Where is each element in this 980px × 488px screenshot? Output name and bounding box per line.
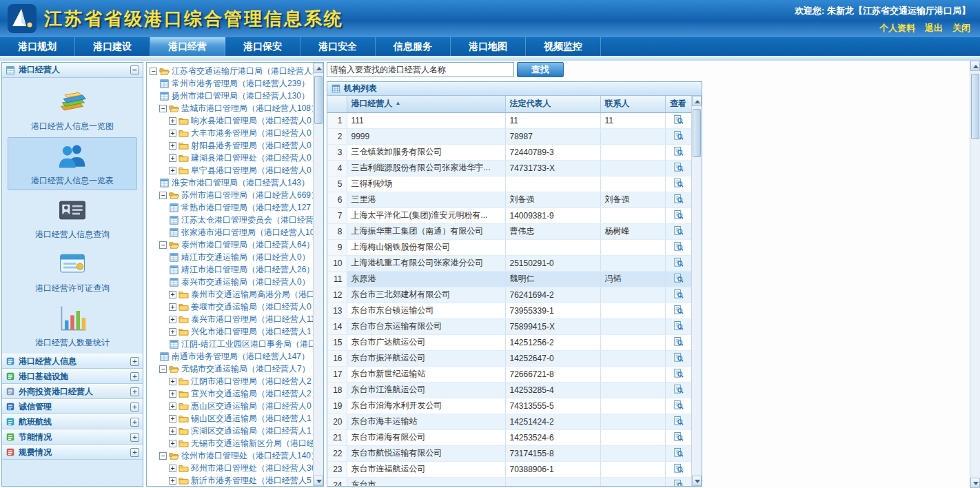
accordion-expand-button[interactable]: + [130,433,139,442]
table-scrollbar[interactable] [691,96,702,486]
tree-expand-button[interactable]: + [169,378,176,385]
tree-expand-button[interactable]: + [169,390,176,398]
table-row[interactable]: 20东台市海丰运输站14251424-2 [327,414,691,429]
sidebar-item-4[interactable]: 港口经营人数量统计 [8,300,137,352]
tree-node-3[interactable]: −盐城市港口管理局（港口经营人108） [147,102,313,114]
tree-expand-button[interactable]: + [169,477,176,485]
tree-scroll-thumb[interactable] [314,76,323,124]
tree-expand-button[interactable]: + [169,303,176,311]
table-row[interactable]: 7上海太平洋化工(集团)淮安元明粉有...14009381-9 [327,207,691,223]
table-row[interactable]: 14东台市台东运输有限公司75899415-X [327,318,691,334]
accordion-expand-button[interactable]: + [130,403,139,411]
page-scrollbar[interactable] [970,61,980,488]
view-icon[interactable] [673,447,684,458]
sidebar-accordion-0[interactable]: 港口经营人信息+ [2,354,143,369]
view-icon[interactable] [673,225,684,236]
sidebar-accordion-5[interactable]: 节能情况+ [2,429,143,445]
tree-node-25[interactable]: +江阴市港口管理局（港口经营人2） [147,375,313,387]
view-icon[interactable] [673,273,684,283]
view-icon[interactable] [673,321,684,331]
view-icon[interactable] [673,194,684,204]
table-row[interactable]: 4三吉利能源股份有限公司张家港华宇...74731733-X [327,160,691,176]
table-row[interactable]: 16东台市振洋航运公司14252647-0 [327,350,691,366]
view-icon[interactable] [673,162,684,172]
tree-expand-button[interactable]: + [169,154,176,162]
sidebar-accordion-2[interactable]: 外商投资港口经营人+ [2,384,143,399]
page-scroll-down-button[interactable] [970,478,980,488]
tree-node-8[interactable]: +阜宁县港口管理局（港口经营人0） [147,164,313,176]
sidebar-item-0[interactable]: 港口经营人信息一览图 [8,83,137,136]
table-row[interactable]: 22东台市航悦运输有限公司73174155-8 [327,445,691,461]
tree-node-2[interactable]: 扬州市港口管理局（港口经营人130） [147,90,313,102]
tree-node-12[interactable]: 江苏太仓港口管理委员会（港口经营 [147,214,313,226]
table-row[interactable]: 24东台市 [327,477,691,486]
table-row[interactable]: 12东台市三北郊建材有限公司76241694-2 [327,287,691,303]
tree-expand-button[interactable]: − [150,68,157,75]
page-scroll-up-button[interactable] [970,61,980,71]
view-icon[interactable] [673,114,684,125]
accordion-expand-button[interactable]: + [130,357,139,366]
tree-node-24[interactable]: −无锡市交通运输局（港口经营人7） [147,363,313,375]
tree-node-26[interactable]: +宜兴市交通运输局（港口经营人2） [147,387,313,400]
nav-tab-0[interactable]: 港口规划 [0,37,75,56]
tree-node-32[interactable]: +邳州市港口管理处（港口经营人36） [147,462,313,474]
tree-expand-button[interactable]: − [159,105,167,112]
tree-scroll-up-button[interactable] [314,63,323,73]
tree-node-1[interactable]: 常州市港务管理局（港口经营人239） [147,77,313,90]
tree-node-29[interactable]: +滨湖区交通运输局（港口经营人1） [147,425,313,437]
tree-expand-button[interactable]: + [169,328,176,336]
search-button[interactable]: 查找 [517,62,564,77]
table-row[interactable]: 18东台市江淮航运公司14253285-4 [327,382,691,398]
view-icon[interactable] [673,431,684,442]
tree-scroll-down-button[interactable] [314,476,323,486]
tree-node-4[interactable]: +响水县港口管理局（港口经营人0） [147,114,313,127]
sidebar-accordion-3[interactable]: 诚信管理+ [2,399,143,414]
search-input[interactable] [327,62,514,77]
nav-tab-5[interactable]: 信息服务 [376,37,451,56]
view-icon[interactable] [673,257,684,267]
accordion-expand-button[interactable]: + [130,418,139,427]
view-icon[interactable] [673,352,684,363]
tree-expand-button[interactable]: + [169,316,176,323]
tree-node-7[interactable]: +建湖县港口管理处（港口经营人0） [147,152,313,164]
header-link-2[interactable]: 关闭 [952,22,970,34]
tree-scroll-track[interactable] [314,73,323,476]
table-row[interactable]: 6三里港刘备强刘备强 [327,192,691,207]
tree-node-9[interactable]: 淮安市港口管理局（港口经营人143） [147,176,313,189]
tree-node-28[interactable]: +锡山区交通运输局（港口经营人1） [147,412,313,425]
tree-node-5[interactable]: +大丰市港务管理局（港口经营人0） [147,127,313,139]
nav-tab-7[interactable]: 视频监控 [526,37,601,56]
sidebar-accordion-6[interactable]: 规费情况+ [2,445,143,460]
tree-node-23[interactable]: 南通市港务管理局（港口经营人147） [147,350,313,363]
view-icon[interactable] [673,210,684,220]
table-row[interactable]: 11111111 [327,112,691,128]
tree-node-11[interactable]: 常熟市港口管理局（港口经营人127 [147,201,313,214]
table-row[interactable]: 5三得利砂场 [327,176,691,192]
nav-tab-4[interactable]: 港口安全 [300,37,376,56]
tree-node-31[interactable]: −徐州市港口管理处（港口经营人140） [147,449,313,462]
tree-expand-button[interactable]: + [169,440,176,447]
page-scroll-track[interactable] [970,71,980,478]
view-icon[interactable] [673,241,684,252]
tree-expand-button[interactable]: − [159,192,167,199]
tree-expand-button[interactable]: + [169,465,176,472]
table-row[interactable]: 21东台市港海有限公司14253524-6 [327,429,691,445]
tree-node-21[interactable]: +兴化市港口管理局（港口经营人1） [147,325,313,338]
table-scroll-track[interactable] [692,106,702,476]
tree-node-0[interactable]: −江苏省交通运输厅港口局（港口经营人200 [147,65,313,77]
sidebar-item-1[interactable]: 港口经营人信息一览表 [8,137,137,190]
view-icon[interactable] [673,384,684,394]
accordion-expand-button[interactable]: + [130,387,139,396]
table-scroll-up-button[interactable] [692,96,702,106]
view-icon[interactable] [673,305,684,315]
page-scroll-thumb[interactable] [971,74,979,139]
table-scroll-down-button[interactable] [692,476,702,486]
table-row[interactable]: 3三仓镇装卸服务有限公司72440789-3 [327,144,691,160]
accordion-expand-button[interactable]: + [130,372,139,381]
column-header-3[interactable]: 联系人 [600,96,665,112]
tree-expand-button[interactable]: + [169,291,176,298]
table-row[interactable]: 2999978987 [327,128,691,144]
table-row[interactable]: 8上海振华重工集团（南通）有限公司曹伟忠杨树峰 [327,223,691,239]
tree-node-18[interactable]: +泰州市交通运输局高港分局（港口经 [147,288,313,301]
sidebar-item-3[interactable]: 港口经营许可证查询 [8,245,137,298]
